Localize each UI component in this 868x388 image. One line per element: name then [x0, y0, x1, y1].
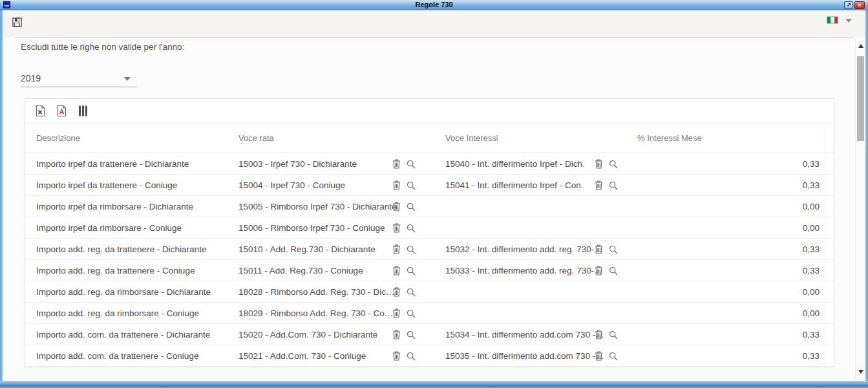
header-perc-interessi-mese: % Interessi Mese	[623, 133, 825, 143]
cell-voce-rata: 15004 - Irpef 730 - Coniuge	[238, 180, 388, 190]
search-voce-interessi-button[interactable]	[608, 159, 619, 169]
cell-voce-interessi: 15041 - Int. differimento Irpef - Con.	[445, 180, 591, 190]
magnifier-icon	[407, 266, 416, 275]
magnifier-icon	[407, 309, 416, 318]
delete-voce-rata-button[interactable]	[391, 244, 401, 255]
search-voce-rata-button[interactable]	[406, 223, 416, 233]
trash-icon	[595, 330, 603, 339]
delete-voce-rata-button[interactable]	[391, 202, 401, 212]
row-gutter	[825, 217, 834, 239]
search-voce-interessi-button[interactable]	[608, 351, 619, 361]
voce-rata-actions	[388, 330, 445, 340]
trash-icon	[392, 308, 401, 318]
delete-voce-interessi-button[interactable]	[593, 180, 604, 191]
magnifier-icon	[407, 352, 416, 361]
search-voce-rata-button[interactable]	[406, 202, 416, 212]
language-selector[interactable]	[820, 11, 865, 38]
export-excel-button[interactable]	[34, 105, 46, 118]
floppy-disk-icon	[12, 17, 23, 28]
delete-voce-rata-button[interactable]	[391, 180, 401, 191]
search-voce-rata-button[interactable]	[406, 287, 416, 297]
close-button[interactable]: ×	[854, 1, 865, 9]
voce-interessi-actions	[591, 244, 623, 255]
cell-voce-rata: 18029 - Rimborso Add. Reg. 730 - Co…	[238, 308, 388, 318]
table-toolbar	[25, 99, 834, 124]
cell-voce-rata: 15011 - Add. Reg.730 - Coniuge	[238, 266, 388, 275]
magnifier-icon	[407, 245, 416, 254]
search-voce-rata-button[interactable]	[406, 351, 416, 361]
search-voce-rata-button[interactable]	[406, 180, 416, 191]
search-voce-rata-button[interactable]	[406, 308, 416, 319]
search-voce-interessi-button[interactable]	[608, 266, 619, 276]
delete-voce-rata-button[interactable]	[391, 351, 401, 361]
save-button[interactable]	[11, 17, 24, 30]
italian-flag-icon	[827, 16, 838, 24]
excel-file-icon	[35, 105, 46, 117]
delete-voce-rata-button[interactable]	[391, 330, 401, 340]
magnifier-icon	[407, 330, 416, 339]
delete-voce-interessi-button[interactable]	[593, 266, 604, 276]
restore-window-button[interactable]: ↗	[844, 1, 853, 9]
row-gutter	[825, 281, 834, 303]
voce-interessi-actions	[591, 266, 623, 276]
trash-icon	[392, 351, 401, 361]
year-filter-label: Escludi tutte le righe non valide per l'…	[21, 42, 184, 52]
cell-voce-rata: 15021 - Add.Com. 730 - Coniuge	[238, 351, 388, 361]
vertical-scrollbar[interactable]	[855, 38, 865, 381]
delete-voce-rata-button[interactable]	[391, 159, 401, 169]
search-voce-interessi-button[interactable]	[608, 180, 619, 191]
row-gutter	[825, 303, 834, 324]
voce-rata-actions	[388, 159, 445, 169]
cell-voce-rata: 15005 - Rimborso Irpef 730 - Dichiarante	[238, 202, 388, 211]
column-chooser-button[interactable]	[77, 105, 89, 118]
voce-rata-actions	[388, 266, 445, 276]
table-row: Importo irpef da trattenere - Coniuge 15…	[25, 175, 834, 196]
window-border-left	[0, 0, 3, 388]
table-row: Importo add. reg. da rimborsare - Dichia…	[25, 281, 834, 303]
cell-perc-interessi-mese: 0,33	[623, 180, 825, 190]
row-gutter	[825, 153, 834, 175]
voce-interessi-actions	[591, 330, 623, 340]
cell-voce-rata: 15003 - Irpef 730 - Dichiarante	[238, 159, 388, 169]
cell-voce-rata: 15010 - Add. Reg.730 - Dichiarante	[238, 244, 388, 254]
delete-voce-rata-button[interactable]	[391, 266, 401, 276]
search-voce-rata-button[interactable]	[406, 159, 416, 169]
year-select[interactable]: 2019	[21, 72, 137, 87]
row-gutter	[825, 345, 834, 367]
cell-perc-interessi-mese: 0,00	[623, 287, 825, 297]
scroll-up-arrow-icon[interactable]	[858, 44, 863, 48]
search-voce-interessi-button[interactable]	[608, 244, 619, 255]
delete-voce-interessi-button[interactable]	[593, 244, 604, 255]
delete-voce-interessi-button[interactable]	[593, 351, 604, 361]
table-header-row: Descrizione Voce rata Voce Interessi % I…	[25, 124, 834, 153]
export-pdf-button[interactable]	[56, 105, 67, 118]
search-voce-rata-button[interactable]	[406, 244, 416, 255]
cell-voce-interessi: 15032 - Int. differimento add. reg. 730-…	[445, 244, 591, 254]
magnifier-icon	[407, 288, 416, 297]
trash-icon	[595, 180, 603, 190]
app-toolbar	[3, 11, 865, 38]
delete-voce-interessi-button[interactable]	[593, 159, 604, 169]
delete-voce-rata-button[interactable]	[391, 223, 401, 233]
trash-icon	[392, 202, 401, 211]
window-border-bottom	[0, 381, 868, 388]
window-titlebar: Regole 730 ↗ ×	[0, 0, 868, 10]
voce-interessi-actions	[591, 351, 623, 361]
magnifier-icon	[609, 330, 618, 339]
search-voce-rata-button[interactable]	[406, 330, 416, 340]
cell-perc-interessi-mese: 0,33	[623, 351, 825, 361]
main-content: Escludi tutte le righe non valide per l'…	[3, 38, 855, 381]
search-voce-interessi-button[interactable]	[608, 330, 619, 340]
delete-voce-interessi-button[interactable]	[593, 330, 604, 340]
scroll-down-arrow-icon[interactable]	[858, 370, 863, 374]
delete-voce-rata-button[interactable]	[391, 308, 401, 319]
voce-rata-actions	[388, 308, 445, 319]
delete-voce-rata-button[interactable]	[391, 287, 401, 297]
table-row: Importo irpef da rimborsare - Coniuge 15…	[25, 217, 834, 239]
scrollbar-thumb[interactable]	[857, 56, 864, 141]
cell-descrizione: Importo add. com. da trattenere - Coniug…	[25, 351, 238, 361]
search-voce-rata-button[interactable]	[406, 266, 416, 276]
table-row: Importo irpef da trattenere - Dichiarant…	[25, 153, 834, 175]
voce-rata-actions	[388, 223, 445, 233]
toolbar-separator	[15, 38, 853, 38]
